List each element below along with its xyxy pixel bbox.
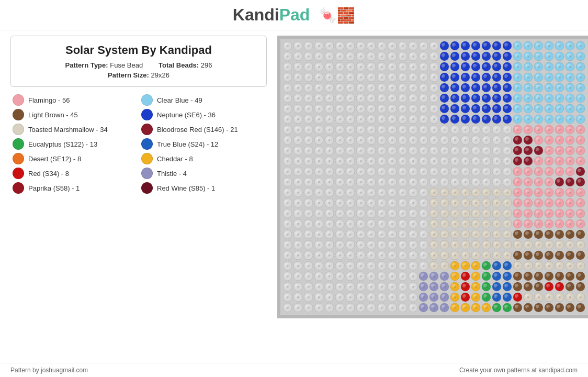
color-item: Light Brown - 45 <box>13 109 136 120</box>
color-name: Light Brown - 45 <box>28 111 78 119</box>
logo-pad: Pad <box>279 5 310 24</box>
logo-emoji: 🍬🧱 <box>319 7 355 24</box>
pattern-size: Pattern Size: 29x26 <box>21 71 256 79</box>
color-item: Cheddar - 8 <box>141 153 265 164</box>
main-content: Solar System By Kandipad Pattern Type: F… <box>0 30 588 324</box>
logo-kandi: Kandi <box>233 5 279 24</box>
bead-pattern <box>277 36 588 318</box>
color-name: Paprika (S58) - 1 <box>28 184 80 192</box>
logo: KandiPad 🍬🧱 <box>233 5 355 25</box>
color-swatch <box>13 109 24 120</box>
color-name: Red Wine (S85) - 1 <box>157 184 215 192</box>
header: KandiPad 🍬🧱 <box>0 0 588 30</box>
footer-right: Create your own patterns at kandipad.com <box>459 367 578 374</box>
color-swatch <box>141 124 153 135</box>
color-swatch <box>141 138 153 150</box>
right-panel <box>277 36 588 318</box>
color-item: Thistle - 4 <box>141 168 265 179</box>
color-name: Cheddar - 8 <box>157 155 193 163</box>
color-item: Red Wine (S85) - 1 <box>141 182 265 194</box>
color-swatch <box>13 94 24 106</box>
color-swatch <box>13 124 24 135</box>
color-swatch <box>13 168 24 179</box>
color-name: Desert (SE12) - 8 <box>28 155 81 163</box>
color-item: Bloodrose Red (S146) - 21 <box>141 124 265 135</box>
color-swatch <box>13 153 24 164</box>
color-item: Desert (SE12) - 8 <box>13 153 136 164</box>
color-item: Paprika (S58) - 1 <box>13 182 136 194</box>
color-swatch <box>141 94 153 106</box>
pattern-info-box: Solar System By Kandipad Pattern Type: F… <box>10 36 267 87</box>
color-name: Red (S34) - 8 <box>28 170 69 178</box>
color-name: Eucalyptus (S122) - 13 <box>28 140 97 148</box>
pattern-meta: Pattern Type: Fuse Bead Total Beads: 296 <box>21 61 256 69</box>
color-swatch <box>141 182 153 194</box>
pattern-type: Pattern Type: Fuse Bead <box>65 61 143 69</box>
color-item: Eucalyptus (S122) - 13 <box>13 138 136 150</box>
color-name: Neptune (SE6) - 36 <box>157 111 216 119</box>
footer-left: Pattern by joshuagmail.com <box>10 367 88 374</box>
pattern-title: Solar System By Kandipad <box>21 43 256 57</box>
total-beads: Total Beads: 296 <box>159 61 212 69</box>
color-swatch <box>13 182 24 194</box>
color-name: Thistle - 4 <box>157 170 187 178</box>
color-swatch <box>141 109 153 120</box>
color-item: Toasted Marshmallow - 34 <box>13 124 136 135</box>
color-list: Flamingo - 56 Clear Blue - 49 Light Brow… <box>10 94 267 194</box>
color-item: Neptune (SE6) - 36 <box>141 109 265 120</box>
color-name: Toasted Marshmallow - 34 <box>28 126 108 134</box>
color-swatch <box>141 153 153 164</box>
color-item: True Blue (S24) - 12 <box>141 138 265 150</box>
color-item: Clear Blue - 49 <box>141 94 265 106</box>
bead-canvas <box>277 36 588 318</box>
color-name: True Blue (S24) - 12 <box>157 140 218 148</box>
color-name: Flamingo - 56 <box>28 96 70 104</box>
color-swatch <box>141 168 153 179</box>
color-name: Bloodrose Red (S146) - 21 <box>157 126 238 134</box>
color-item: Red (S34) - 8 <box>13 168 136 179</box>
color-swatch <box>13 138 24 150</box>
left-panel: Solar System By Kandipad Pattern Type: F… <box>10 36 267 318</box>
color-item: Flamingo - 56 <box>13 94 136 106</box>
footer: Pattern by joshuagmail.com Create your o… <box>0 363 588 377</box>
color-name: Clear Blue - 49 <box>157 96 202 104</box>
